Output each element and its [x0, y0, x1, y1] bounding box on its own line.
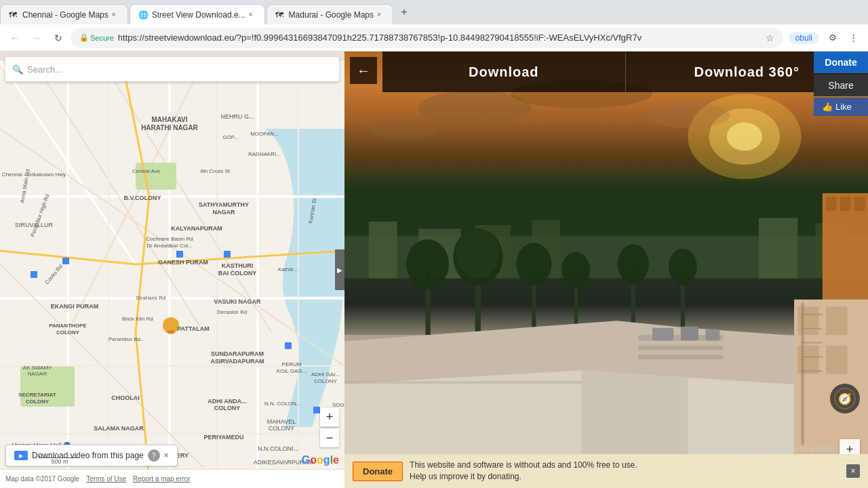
svg-rect-126 — [797, 306, 818, 335]
tab-close-1[interactable]: × — [108, 9, 119, 20]
reload-button[interactable]: ↻ — [49, 28, 68, 47]
svg-point-118 — [618, 244, 649, 284]
tab-madurai[interactable]: 🗺 Madurai - Google Maps × — [267, 4, 393, 24]
share-button[interactable]: Share — [814, 75, 868, 96]
svg-point-96 — [369, 119, 440, 140]
map-terms-link[interactable]: Terms of Use — [86, 475, 126, 483]
svg-point-95 — [646, 102, 730, 128]
donate-banner-line2: Help us improve it by donating. — [410, 471, 840, 483]
collapse-panel-button[interactable]: ▶ — [335, 249, 344, 290]
extensions-button[interactable]: ⚙ — [823, 28, 842, 47]
back-button[interactable]: ← — [5, 28, 24, 47]
svg-point-120 — [669, 249, 697, 285]
donate-banner-label: Donate — [363, 466, 393, 476]
streetview-image — [344, 52, 868, 488]
map-panel: MAHAKAVI HARATHI NAGAR NEHRU G... GOP...… — [0, 52, 344, 488]
scale-bar: 500 m — [39, 455, 80, 465]
svg-text:ADHI ANDA...: ADHI ANDA... — [208, 398, 247, 405]
svg-text:KOIL GAG...: KOIL GAG... — [277, 368, 307, 374]
right-action-panel: Donate Share 👍 Like — [814, 52, 868, 116]
svg-text:COLONY: COLONY — [314, 378, 337, 384]
download-label: Download — [469, 64, 539, 80]
thumbs-up-icon: 👍 — [822, 102, 833, 112]
svg-text:COLONY: COLONY — [269, 425, 294, 432]
google-o2: o — [317, 454, 323, 466]
compass-inner[interactable]: 🧭 — [834, 388, 856, 409]
svg-rect-105 — [826, 197, 837, 211]
download-360-label: Download 360° — [694, 64, 800, 80]
close-icon: × — [850, 466, 855, 476]
svg-rect-136 — [652, 328, 673, 341]
profile-chip[interactable]: obuli — [789, 32, 819, 44]
download-video-close-button[interactable]: × — [164, 451, 169, 460]
like-label: Like — [835, 102, 852, 112]
svg-rect-102 — [759, 218, 798, 279]
svg-text:B.V.COLONY: B.V.COLONY — [123, 195, 161, 201]
sv-compass: 🧭 — [830, 384, 860, 413]
tab-close-2[interactable]: × — [245, 9, 256, 20]
search-icon: 🔍 — [12, 64, 23, 75]
svg-rect-129 — [826, 346, 847, 374]
address-bar[interactable]: 🔒 Secure https://streetviewdownload.eu/?… — [71, 28, 783, 48]
svg-rect-123 — [638, 346, 723, 350]
svg-text:CHOOLAI: CHOOLAI — [111, 394, 140, 401]
tab-title-2: Street View Download.e... — [152, 10, 245, 20]
svg-rect-25 — [285, 342, 292, 349]
svg-text:ASIRVADAPURAM: ASIRVADAPURAM — [210, 358, 264, 365]
svg-text:KASTHURI: KASTHURI — [222, 262, 254, 269]
svg-text:NAGAR: NAGAR — [213, 209, 235, 216]
download-video-help-button[interactable]: ? — [148, 449, 160, 462]
svg-text:PANANTHOPE: PANANTHOPE — [49, 323, 87, 329]
svg-rect-137 — [681, 327, 698, 341]
forward-button[interactable]: → — [27, 28, 46, 47]
secure-icon: 🔒 Secure — [79, 33, 114, 42]
svg-text:VASUKI NAGAR: VASUKI NAGAR — [214, 298, 261, 305]
svg-point-114 — [561, 252, 590, 287]
svg-rect-107 — [854, 197, 865, 211]
svg-text:GANESH PURAM: GANESH PURAM — [158, 259, 208, 266]
svg-text:COLONY: COLONY — [26, 399, 50, 405]
svg-text:PATTALAM: PATTALAM — [177, 325, 210, 332]
new-tab-button[interactable]: + — [395, 3, 414, 22]
svg-point-20 — [167, 330, 175, 334]
svg-rect-127 — [826, 306, 847, 335]
map-zoom-in-button[interactable]: + — [320, 408, 339, 427]
tab-close-3[interactable]: × — [374, 9, 384, 20]
tab-chennai[interactable]: 🗺 Chennai - Google Maps × — [0, 4, 128, 24]
menu-button[interactable]: ⋮ — [844, 28, 863, 47]
tab-title-1: Chennai - Google Maps — [22, 10, 108, 20]
svg-rect-131 — [802, 314, 823, 315]
google-logo: Google — [302, 454, 339, 466]
map-zoom-out-button[interactable]: − — [320, 428, 339, 447]
svg-rect-23 — [224, 251, 231, 258]
bookmark-star-icon[interactable]: ☆ — [766, 33, 774, 43]
donate-banner-close-button[interactable]: × — [846, 464, 860, 478]
svg-text:N.N. COLON...: N.N. COLON... — [264, 401, 300, 407]
map-search-bar[interactable]: 🔍 Search... — [5, 57, 339, 81]
tab-favicon-3: 🗺 — [275, 10, 285, 20]
svg-text:Kathib...: Kathib... — [278, 266, 298, 272]
svg-text:Central Ave: Central Ave — [132, 168, 161, 174]
like-button[interactable]: 👍 Like — [814, 98, 868, 116]
sv-credit: © Anoop Russel | Terms of Use | Report a… — [682, 445, 834, 453]
svg-text:MAHAKAVI: MAHAKAVI — [151, 116, 187, 123]
browser-chrome: 🗺 Chennai - Google Maps × 🌐 Street View … — [0, 0, 868, 52]
svg-rect-135 — [802, 370, 823, 371]
tab-favicon-1: 🗺 — [9, 10, 18, 20]
svg-rect-26 — [313, 407, 320, 413]
main-content: MAHAKAVI HARATHI NAGAR NEHRU G... GOP...… — [0, 52, 868, 488]
streetview-back-button[interactable]: ← — [350, 57, 377, 84]
svg-rect-13 — [136, 163, 176, 190]
tab-streetview[interactable]: 🌐 Street View Download.e... × — [130, 4, 265, 24]
svg-point-92 — [727, 123, 762, 151]
svg-text:COLONY: COLONY — [214, 405, 241, 411]
donate-button[interactable]: Donate — [814, 52, 868, 73]
map-report-link[interactable]: Report a map error — [133, 475, 190, 483]
map-zoom-controls: + − — [320, 408, 339, 447]
donate-label: Donate — [825, 57, 856, 68]
svg-rect-138 — [705, 329, 719, 341]
svg-rect-133 — [802, 342, 823, 344]
donate-banner-button[interactable]: Donate — [353, 462, 403, 481]
google-g2: g — [323, 454, 330, 466]
download-button[interactable]: Download — [382, 52, 626, 92]
